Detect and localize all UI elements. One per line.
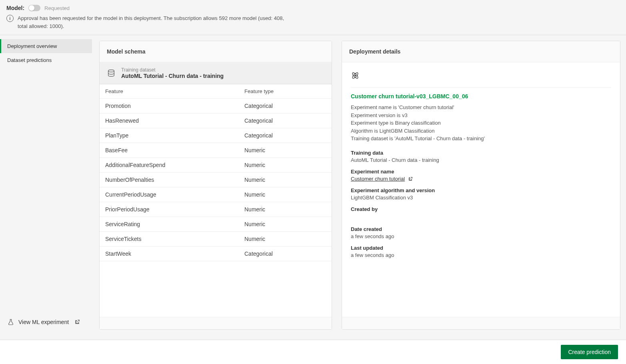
feature-type-cell: Numeric (239, 158, 332, 173)
model-status-text: Requested (44, 5, 70, 11)
atom-icon (351, 71, 611, 80)
view-experiment-label: View ML experiment (18, 319, 69, 325)
model-approval-toggle[interactable] (28, 5, 40, 11)
last-updated-label: Last updated (351, 245, 611, 251)
feature-type-cell: Categorical (239, 247, 332, 261)
created-by-value (351, 213, 611, 221)
created-by-label: Created by (351, 206, 611, 212)
table-row: HasRenewedCategorical (100, 113, 332, 128)
model-label: Model: (6, 5, 24, 11)
feature-cell: Promotion (100, 99, 239, 113)
table-row: ServiceRatingNumeric (100, 217, 332, 232)
feature-type-cell: Categorical (239, 113, 332, 128)
topbar: Model: Requested i Approval has been req… (0, 0, 626, 35)
experiment-description: Experiment name is 'Customer churn tutor… (351, 103, 611, 143)
database-icon (107, 69, 116, 78)
feature-type-cell: Numeric (239, 217, 332, 232)
details-panel-title: Deployment details (342, 41, 620, 62)
table-row: NumberOfPenaltiesNumeric (100, 173, 332, 187)
external-link-icon (408, 177, 413, 181)
description-line: Training dataset is 'AutoML Tutorial - C… (351, 135, 611, 143)
last-updated-value: a few seconds ago (351, 252, 611, 258)
description-line: Experiment name is 'Customer churn tutor… (351, 103, 611, 111)
model-schema-panel: Model schema Training dataset AutoML Tut… (99, 41, 332, 330)
sidebar-item-dataset-predictions[interactable]: Dataset predictions (0, 53, 92, 67)
experiment-name-label: Experiment name (351, 169, 611, 175)
feature-type-cell: Categorical (239, 99, 332, 113)
description-line: Experiment version is v3 (351, 111, 611, 119)
model-status-row: Model: Requested (6, 5, 620, 11)
training-data-value: AutoML Tutorial - Churn data - training (351, 157, 611, 163)
feature-cell: HasRenewed (100, 113, 239, 128)
feature-type-cell: Numeric (239, 187, 332, 202)
experiment-title: Customer churn tutorial-v03_LGBMC_00_06 (351, 93, 611, 99)
feature-cell: CurrentPeriodUsage (100, 187, 239, 202)
table-row: StartWeekCategorical (100, 247, 332, 261)
svg-point-3 (355, 75, 356, 76)
feature-cell: PriorPeriodUsage (100, 202, 239, 217)
feature-cell: PlanType (100, 128, 239, 143)
date-created-label: Date created (351, 226, 611, 232)
details-panel-footer (342, 317, 620, 329)
svg-point-0 (108, 70, 114, 72)
table-row: PlanTypeCategorical (100, 128, 332, 143)
training-dataset-label: Training dataset (121, 67, 224, 73)
schema-panel-footer (100, 317, 332, 329)
table-row: BaseFeeNumeric (100, 143, 332, 158)
schema-panel-title: Model schema (100, 41, 332, 62)
experiment-name-link[interactable]: Customer churn tutorial (351, 176, 405, 182)
sidebar-item-deployment-overview[interactable]: Deployment overview (0, 39, 92, 53)
approval-info-text: Approval has been requested for the mode… (18, 14, 290, 30)
table-row: ServiceTicketsNumeric (100, 232, 332, 247)
feature-type-cell: Numeric (239, 173, 332, 187)
content-area: Model schema Training dataset AutoML Tut… (92, 35, 626, 335)
feature-cell: NumberOfPenalties (100, 173, 239, 187)
feature-type-cell: Numeric (239, 202, 332, 217)
flask-icon (7, 318, 14, 326)
description-line: Algorithm is LightGBM Classification (351, 127, 611, 135)
table-row: PromotionCategorical (100, 99, 332, 113)
feature-cell: StartWeek (100, 247, 239, 261)
external-link-icon (74, 319, 80, 325)
training-data-label: Training data (351, 150, 611, 156)
feature-cell: ServiceRating (100, 217, 239, 232)
description-line: Experiment type is Binary classification (351, 119, 611, 127)
feature-type-cell: Categorical (239, 128, 332, 143)
training-dataset-name: AutoML Tutorial - Churn data - training (121, 73, 224, 79)
training-dataset-row: Training dataset AutoML Tutorial - Churn… (100, 62, 332, 84)
sidebar: Deployment overview Dataset predictions … (0, 35, 92, 335)
table-row: PriorPeriodUsageNumeric (100, 202, 332, 217)
schema-table: Feature Feature type PromotionCategorica… (100, 84, 332, 261)
info-icon: i (6, 15, 14, 22)
deployment-details-panel: Deployment details Customer churn tutori… (342, 41, 620, 330)
th-feature: Feature (100, 84, 239, 99)
feature-cell: BaseFee (100, 143, 239, 158)
feature-type-cell: Numeric (239, 232, 332, 247)
date-created-value: a few seconds ago (351, 233, 611, 239)
feature-cell: AdditionalFeatureSpend (100, 158, 239, 173)
th-feature-type: Feature type (239, 84, 332, 99)
feature-type-cell: Numeric (239, 143, 332, 158)
table-row: AdditionalFeatureSpendNumeric (100, 158, 332, 173)
algorithm-value: LightGBM Classification v3 (351, 195, 611, 201)
view-ml-experiment-link[interactable]: View ML experiment (0, 313, 92, 331)
feature-cell: ServiceTickets (100, 232, 239, 247)
table-row: CurrentPeriodUsageNumeric (100, 187, 332, 202)
algorithm-label: Experiment algorithm and version (351, 187, 611, 193)
approval-info-row: i Approval has been requested for the mo… (6, 14, 620, 30)
